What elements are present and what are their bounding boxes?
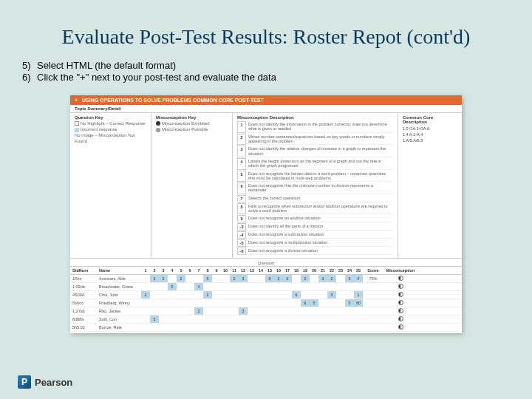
td-cell — [292, 283, 301, 290]
td-cell — [301, 307, 310, 315]
td-cell: 6 — [292, 291, 301, 299]
td-cell — [274, 324, 283, 331]
td-cell — [292, 275, 301, 282]
legend-item: Misconception Exhibited — [156, 121, 228, 126]
table-row: 1:02daBroadwater, Grace54 — [70, 283, 462, 291]
misconception-row: 7Selects the correct operation — [237, 195, 393, 202]
td-cell — [159, 307, 168, 315]
td-cell — [345, 324, 354, 331]
misconception-text: Labels the height dimension as the segme… — [246, 158, 393, 170]
td-cell — [177, 291, 185, 299]
misconception-text: Selects the correct operation — [246, 195, 393, 202]
instruction-list: 5)Select HTML (the default format) 6)Cli… — [0, 54, 532, 92]
td-cell — [150, 307, 159, 315]
td-cell — [248, 291, 256, 299]
th-question-num: 16 — [274, 267, 283, 274]
th-question-num: 9 — [212, 267, 221, 274]
td-cell — [327, 307, 336, 315]
misconception-number: -5 — [237, 239, 246, 247]
th-question-num: 4 — [168, 267, 177, 274]
td-cell — [221, 324, 230, 331]
correct-swatch-icon — [75, 121, 79, 126]
misconception-number: -3 — [237, 223, 246, 231]
td-cell — [141, 324, 150, 331]
td-cell — [194, 275, 203, 282]
td-cell — [203, 283, 212, 290]
td-cell: 3 — [239, 275, 248, 282]
misconception-row: 4Labels the height dimension as the segm… — [237, 158, 393, 170]
td-cell — [230, 291, 239, 299]
incorrect-swatch-icon — [75, 128, 79, 132]
td-cell — [336, 307, 345, 315]
th-question-num: 15 — [265, 267, 274, 274]
misconception-row: 2Writes number sentences/equations based… — [237, 134, 393, 146]
td-cell — [185, 316, 194, 323]
td-cell — [310, 291, 318, 299]
td-cell — [301, 291, 310, 299]
td-cell: 3 — [150, 275, 159, 282]
misconception-text: Does not recognize a division situation — [246, 248, 393, 255]
td-cell — [354, 324, 363, 331]
misconception-number: 3 — [237, 146, 246, 157]
td-cell — [327, 283, 336, 290]
td-cell — [336, 299, 345, 307]
td-cell — [194, 316, 203, 323]
td-cell — [141, 316, 150, 323]
td-cell — [239, 299, 248, 307]
td-cell — [239, 324, 248, 331]
td-cell — [354, 316, 363, 323]
td-misconception — [383, 276, 417, 282]
td-cell — [239, 316, 248, 323]
report-header-bar: + USING OPERATIONS TO SOLVE PROBLEMS COM… — [70, 95, 462, 105]
td-cell — [185, 307, 194, 315]
td-cell — [212, 316, 221, 323]
misconception-row: -4Does not recognize a subtraction situa… — [237, 231, 393, 239]
td-cell — [185, 291, 194, 299]
td-cell — [177, 283, 185, 290]
instruction-item: 5)Select HTML (the default format) — [22, 60, 510, 71]
td-cell — [256, 299, 265, 307]
td-cell — [318, 291, 327, 299]
misconception-number: -6 — [237, 248, 246, 255]
td-cell — [292, 307, 301, 315]
td-misconception — [383, 308, 417, 314]
td-cell — [265, 307, 274, 315]
th-name: Name — [97, 267, 141, 274]
td-cell — [248, 307, 256, 315]
misconception-number: -4 — [237, 231, 246, 239]
td-cell — [141, 307, 150, 315]
legend-item: No image – Misconception Not Found — [75, 133, 146, 143]
td-cell — [283, 299, 292, 307]
misconception-row: -3Does not identify all the parts of a f… — [237, 223, 393, 231]
column-heading: Question Key — [75, 115, 146, 120]
td-cell: 4 — [354, 275, 363, 282]
dot-full-icon — [156, 121, 160, 126]
td-student-number: 8d88a — [70, 317, 97, 321]
td-cell — [168, 291, 177, 299]
misconception-row: -6Does not recognize a division situatio… — [237, 248, 393, 255]
td-name: Assistant, Able — [97, 276, 141, 281]
td-misconception — [383, 324, 417, 330]
td-cell — [168, 324, 177, 331]
td-cell: 60 — [354, 299, 363, 307]
td-cell — [230, 299, 239, 307]
td-cell — [274, 299, 283, 307]
td-cell — [283, 324, 292, 331]
table-row: 4S09AChoi, John22631 — [70, 291, 462, 299]
td-cell — [354, 307, 363, 315]
th-question-num: 24 — [345, 267, 354, 274]
misconception-text: Does not recognize the hidden data in a … — [246, 171, 393, 183]
table-row: 1RzzAssistant, Able3225238262325475% — [70, 275, 462, 283]
th-question-num: 23 — [336, 267, 345, 274]
misconception-number: 5 — [237, 171, 246, 183]
td-cell — [239, 283, 248, 290]
th-misconception: Misconception — [383, 267, 417, 274]
misconception-text: Does not recognize that the unknown numb… — [246, 183, 393, 194]
td-cell — [310, 324, 318, 331]
td-cell — [265, 299, 274, 307]
table-row: 8d88aSotti, Con5 — [70, 316, 462, 324]
td-cell: 2 — [274, 275, 283, 282]
misconception-text: Does not recognize a subtraction situati… — [246, 231, 393, 239]
td-cell: 2 — [141, 291, 150, 299]
th-question-num: 19 — [301, 267, 310, 274]
